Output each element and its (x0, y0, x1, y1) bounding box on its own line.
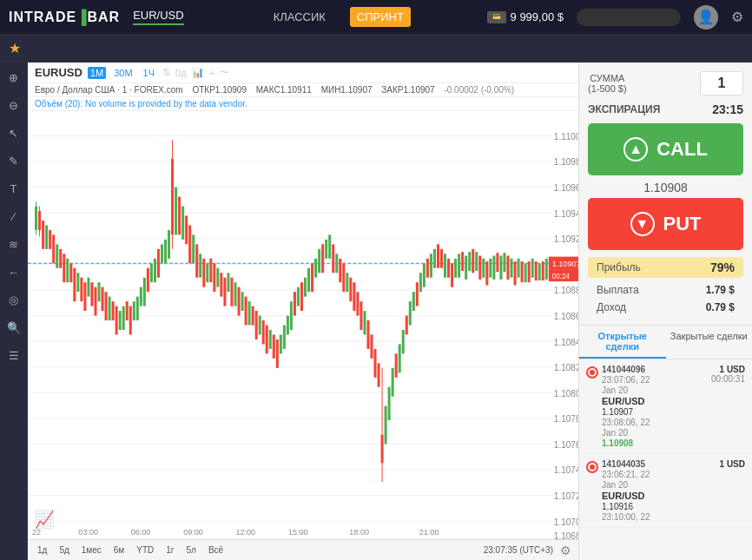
tf-1m[interactable]: 1мес (79, 544, 104, 556)
chart-add-icon[interactable]: + (209, 68, 214, 78)
svg-rect-91 (199, 254, 201, 277)
svg-rect-140 (370, 334, 373, 358)
profit-box: Прибыль 79% (588, 257, 743, 278)
svg-rect-159 (430, 254, 432, 277)
svg-rect-49 (59, 249, 62, 268)
pencil-tool[interactable]: ✎ (3, 150, 24, 171)
tf-ytd[interactable]: YTD (134, 544, 156, 556)
tf-1d[interactable]: 1д (35, 544, 49, 556)
star-icon[interactable]: ★ (9, 40, 21, 56)
svg-rect-63 (109, 297, 111, 320)
svg-rect-184 (518, 259, 520, 278)
svg-rect-131 (339, 259, 341, 282)
svg-text:1.10920: 1.10920 (554, 234, 578, 244)
chart-canvas[interactable]: 1.11000 1.10980 1.10960 1.10940 1.10920 … (28, 111, 578, 539)
svg-text:09:00: 09:00 (183, 526, 203, 536)
amount-input[interactable]: 1 (700, 71, 743, 96)
star-bar: ★ (0, 35, 752, 63)
svg-rect-175 (485, 261, 488, 285)
svg-rect-117 (290, 301, 293, 330)
svg-rect-110 (266, 326, 268, 354)
svg-rect-191 (542, 261, 544, 280)
volume-notice: Объём (20): No volume is provided by the… (35, 99, 247, 109)
tf-5y[interactable]: 5л (183, 544, 198, 556)
amount-label: СУММА (1-500 $) (588, 73, 627, 94)
trade-price2-1: 1.10908 (602, 438, 650, 448)
more-tool[interactable]: ☰ (3, 345, 24, 366)
tab-classic[interactable]: КЛАССИК (267, 7, 333, 27)
svg-rect-99 (227, 273, 229, 292)
tf-1y[interactable]: 1г (163, 544, 176, 556)
svg-rect-157 (423, 263, 425, 287)
zoom-tool[interactable]: 🔍 (3, 317, 24, 338)
left-toolbar: ⊕ ⊖ ↖ ✎ T ⁄ ≋ ← ◎ 🔍 ☰ (0, 63, 28, 560)
svg-rect-164 (447, 259, 450, 278)
expiry-value[interactable]: 23:15 (712, 102, 743, 116)
tf-1m[interactable]: 1М (88, 67, 106, 79)
tab-sprint[interactable]: СПРИНТ (350, 7, 411, 27)
svg-rect-56 (83, 282, 86, 311)
svg-rect-46 (49, 230, 51, 249)
text-tool[interactable]: T (3, 178, 24, 199)
trades-tabs: Открытые сделки Закрытые сделки (579, 326, 752, 359)
tf-6m[interactable]: 6м (111, 544, 127, 556)
search-bar[interactable] (577, 9, 681, 26)
profit-label: Прибыль (597, 261, 641, 273)
svg-rect-176 (489, 259, 491, 278)
svg-rect-123 (311, 263, 313, 292)
chart-type-icon[interactable]: 📊 (192, 67, 204, 78)
fibonacci-tool[interactable]: ≋ (3, 234, 24, 254)
svg-rect-189 (535, 261, 538, 280)
svg-text:21:00: 21:00 (419, 526, 439, 536)
svg-text:1.11000: 1.11000 (554, 130, 578, 141)
svg-rect-118 (294, 292, 296, 315)
tf-5d[interactable]: 5д (56, 544, 71, 556)
avatar[interactable]: 👤 (694, 5, 718, 30)
svg-text:1.10700: 1.10700 (554, 516, 578, 526)
open-trades-tab[interactable]: Открытые сделки (579, 326, 666, 359)
tf-30m[interactable]: 30М (111, 67, 135, 79)
trade-date3-2: 23:10:00, 22 (602, 512, 650, 522)
chart-svg: 1.11000 1.10980 1.10960 1.10940 1.10920 … (28, 111, 578, 539)
trade-info-1: 141044096 23:07:06, 22 Jan 20 EUR/USD 1.… (602, 365, 650, 448)
svg-rect-75 (150, 263, 153, 282)
chart-info-bar: Евро / Доллар США · 1 · FOREX.com ОТКР1.… (28, 83, 578, 97)
chart-gear-icon[interactable]: ⚙ (560, 544, 571, 557)
svg-rect-177 (492, 256, 495, 280)
svg-rect-92 (202, 259, 205, 287)
trade-price1-2: 1.10916 (602, 502, 650, 511)
svg-text:1.10680: 1.10680 (554, 530, 578, 539)
settings-icon[interactable]: ⚙ (731, 9, 743, 25)
svg-rect-72 (140, 287, 142, 306)
line-tool[interactable]: ⁄ (3, 206, 24, 227)
svg-rect-185 (521, 261, 524, 282)
cursor-tool[interactable]: ↖ (3, 122, 24, 143)
trade-row-2: 141044035 23:06:21, 22 Jan 20 EUR/USD 1.… (586, 459, 745, 522)
svg-rect-88 (188, 225, 191, 263)
svg-rect-77 (157, 249, 160, 278)
chart-timestamp: 23:07:35 (UTC+3) (484, 545, 553, 555)
tf-1h[interactable]: 1Ч (141, 67, 157, 79)
arrow-tool[interactable]: ← (3, 261, 24, 282)
svg-rect-73 (143, 278, 146, 306)
header: INTRADE▐BAR EUR/USD КЛАССИК СПРИНТ 💳 9 9… (0, 0, 752, 35)
closed-trades-tab[interactable]: Закрытые сделки (666, 326, 753, 359)
svg-rect-179 (499, 256, 502, 280)
svg-rect-68 (126, 301, 129, 320)
call-button[interactable]: ▲ CALL (588, 123, 743, 175)
crosshair-tool[interactable]: ⊕ (3, 67, 24, 88)
svg-text:06:00: 06:00 (131, 526, 151, 536)
put-button[interactable]: ▼ PUT (588, 198, 743, 250)
minus-tool[interactable]: ⊖ (3, 95, 24, 115)
circle-tool[interactable]: ◎ (3, 289, 24, 310)
svg-rect-59 (94, 287, 96, 316)
svg-rect-162 (440, 249, 443, 268)
tf-all[interactable]: Всё (206, 544, 226, 556)
svg-rect-161 (437, 244, 439, 267)
chart-wave-icon[interactable]: 〜 (220, 66, 229, 79)
svg-rect-50 (63, 254, 65, 282)
trade-id-1: 141044096 (602, 365, 650, 374)
avatar-icon: 👤 (697, 9, 715, 25)
svg-rect-150 (399, 344, 401, 372)
currency-pair[interactable]: EUR/USD (133, 9, 184, 25)
